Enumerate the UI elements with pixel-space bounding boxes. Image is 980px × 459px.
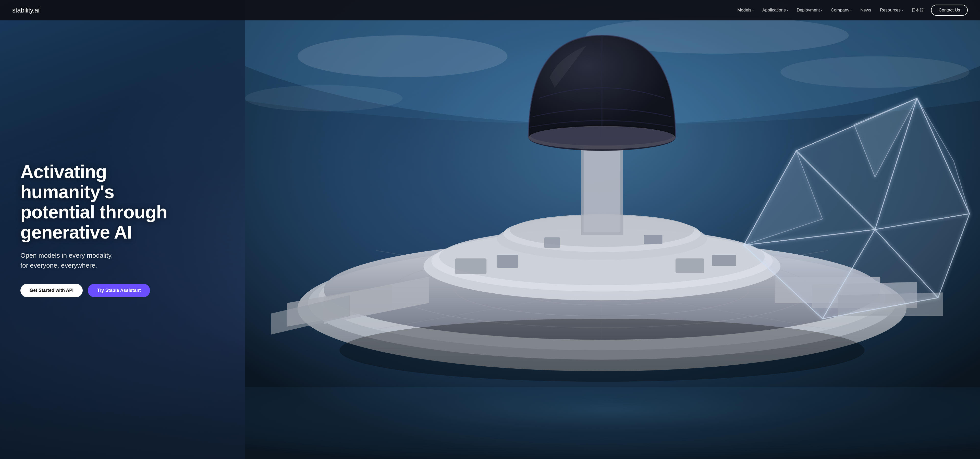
nav-item-news[interactable]: News xyxy=(857,6,875,15)
get-started-api-button[interactable]: Get Started with API xyxy=(21,284,83,297)
hero-subtitle: Open models in every modality,for everyo… xyxy=(21,251,179,270)
svg-point-58 xyxy=(339,319,864,382)
logo[interactable]: stability.ai xyxy=(12,6,39,14)
nav-label-models: Models xyxy=(737,8,751,13)
hero-illustration xyxy=(245,0,980,459)
nav-item-company[interactable]: Company ▾ xyxy=(827,6,855,15)
svg-point-3 xyxy=(298,35,508,77)
nav-item-models[interactable]: Models ▾ xyxy=(734,6,757,15)
chevron-down-icon: ▾ xyxy=(821,9,822,12)
nav-item-resources[interactable]: Resources ▾ xyxy=(877,6,907,15)
navbar: stability.ai Models ▾ Applications ▾ Dep… xyxy=(0,0,980,21)
svg-point-6 xyxy=(245,85,402,111)
contact-us-button[interactable]: Contact Us xyxy=(931,5,968,16)
svg-rect-40 xyxy=(544,237,560,248)
svg-point-29 xyxy=(531,127,673,145)
hero-section: Activating humanity's potential through … xyxy=(0,0,980,459)
nav-item-deployment[interactable]: Deployment ▾ xyxy=(793,6,826,15)
logo-text: stability.ai xyxy=(12,6,39,14)
hero-title: Activating humanity's potential through … xyxy=(21,162,179,243)
hero-buttons: Get Started with API Try Stable Assistan… xyxy=(21,284,179,297)
svg-point-5 xyxy=(780,56,969,88)
svg-rect-39 xyxy=(712,255,736,266)
hero-content: Activating humanity's potential through … xyxy=(0,0,179,459)
svg-rect-38 xyxy=(676,259,704,273)
chevron-down-icon: ▾ xyxy=(787,9,788,12)
nav-label-company: Company xyxy=(831,8,850,13)
chevron-down-icon: ▾ xyxy=(850,9,852,12)
nav-label-deployment: Deployment xyxy=(797,8,820,13)
chevron-down-icon: ▾ xyxy=(902,9,903,12)
svg-rect-37 xyxy=(497,255,518,268)
svg-rect-59 xyxy=(245,387,980,459)
nav-menu: Models ▾ Applications ▾ Deployment ▾ Com… xyxy=(734,5,968,16)
nav-label-news: News xyxy=(860,8,871,13)
nav-item-japanese[interactable]: 日本語 xyxy=(908,6,928,15)
nav-label-applications: Applications xyxy=(762,8,786,13)
chevron-down-icon: ▾ xyxy=(752,9,754,12)
svg-rect-41 xyxy=(644,235,662,244)
nav-item-applications[interactable]: Applications ▾ xyxy=(759,6,792,15)
nav-label-resources: Resources xyxy=(880,8,900,13)
svg-rect-36 xyxy=(455,259,487,274)
try-stable-assistant-button[interactable]: Try Stable Assistant xyxy=(88,284,150,297)
